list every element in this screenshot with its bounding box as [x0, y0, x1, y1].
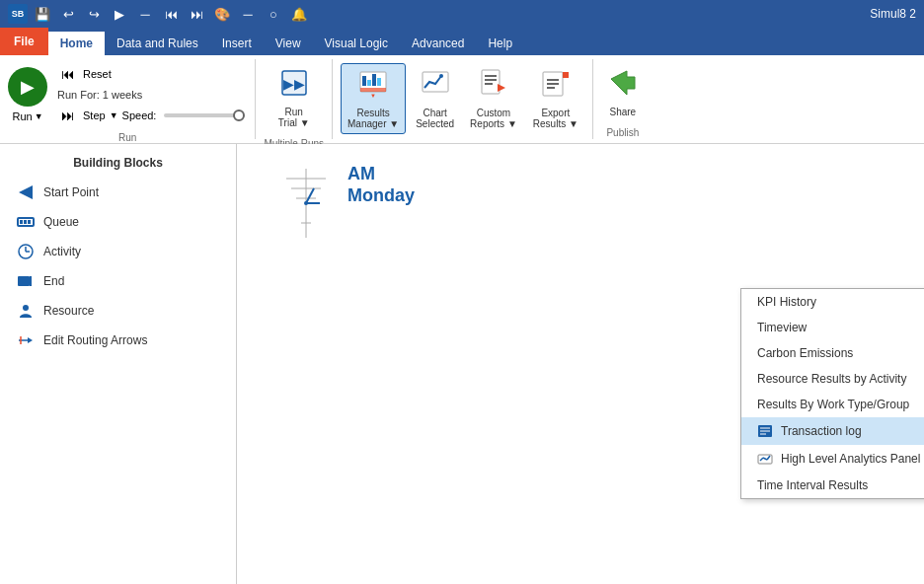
skip-back-icon[interactable]: ⏮ — [160, 3, 182, 25]
canvas-area: AM Monday KPI History Timeview — [237, 144, 924, 584]
resource-icon — [16, 301, 36, 321]
share-button[interactable]: Share — [601, 63, 645, 121]
svg-rect-26 — [24, 220, 27, 224]
undo-icon[interactable]: ↩ — [57, 3, 79, 25]
export-results-button[interactable]: ExportResults ▼ — [527, 64, 584, 133]
svg-rect-9 — [423, 72, 448, 92]
transaction-log-icon — [757, 423, 773, 439]
step-label[interactable]: Step — [83, 110, 106, 121]
sep2: ─ — [237, 3, 259, 25]
dropdown-item-transaction-log[interactable]: Transaction log ▶ — [741, 417, 924, 445]
redo-icon[interactable]: ↪ — [83, 3, 105, 25]
svg-rect-5 — [372, 74, 376, 86]
main-area: Building Blocks Start Point Queue — [0, 144, 924, 584]
color-icon[interactable]: 🎨 — [211, 3, 233, 25]
svg-rect-18 — [563, 72, 569, 78]
circle-icon: ○ — [263, 3, 284, 25]
step-dropdown-arrow[interactable]: ▼ — [110, 110, 118, 120]
play-icon[interactable]: ▶ — [109, 3, 130, 25]
reset-label[interactable]: Reset — [83, 68, 112, 80]
sidebar-item-end[interactable]: End — [0, 266, 236, 296]
run-label[interactable]: Run — [12, 110, 32, 122]
multiple-runs-group: ▶▶ RunTrial ▼ Multiple Runs — [256, 59, 333, 139]
ribbon-tabs: File Home Data and Rules Insert View Vis… — [0, 28, 924, 55]
dropdown-item-timeview[interactable]: Timeview — [741, 315, 924, 340]
high-level-analytics-label: High Level Analytics Panel — [781, 452, 920, 466]
sidebar-item-label-resource: Resource — [43, 304, 94, 318]
step-icon[interactable]: ⏭ — [57, 105, 79, 126]
dropdown-item-time-interval-results[interactable]: Time Interval Results ▶ — [741, 473, 924, 498]
svg-text:▼: ▼ — [370, 93, 376, 99]
sidebar-item-resource[interactable]: Resource — [0, 296, 236, 326]
end-icon — [16, 271, 36, 291]
run-for-label: Run For: 1 weeks — [57, 89, 247, 101]
tab-file[interactable]: File — [0, 28, 48, 55]
save-icon[interactable]: 💾 — [32, 3, 53, 25]
svg-rect-31 — [18, 276, 30, 286]
resource-results-label: Resource Results by Activity — [757, 372, 906, 386]
app-title: Simul8 2 — [870, 7, 916, 21]
results-manager-label: ResultsManager ▼ — [347, 108, 399, 129]
custom-reports-button[interactable]: CustomReports ▼ — [464, 64, 523, 133]
transaction-log-label: Transaction log — [781, 424, 862, 438]
run-group: ▶ Run ▼ ⏮ Reset Run For: 1 weeks ⏭ Step … — [0, 59, 256, 139]
publish-group-content: Share — [601, 59, 645, 125]
speed-slider[interactable] — [164, 113, 243, 117]
sidebar-item-start-point[interactable]: Start Point — [0, 178, 236, 207]
results-manager-button[interactable]: ▼ ResultsManager ▼ — [341, 63, 406, 134]
tab-visual-logic[interactable]: Visual Logic — [313, 32, 401, 55]
chart-selected-label: ChartSelected — [416, 108, 454, 129]
svg-rect-6 — [377, 78, 381, 86]
multiple-runs-content: ▶▶ RunTrial ▼ — [272, 59, 316, 136]
time-period: AM — [347, 164, 415, 185]
results-manager-icon: ▼ — [357, 68, 389, 106]
tab-home[interactable]: Home — [48, 32, 105, 55]
activity-icon — [16, 242, 36, 261]
export-results-icon — [540, 68, 572, 106]
speed-label: Speed: — [122, 110, 157, 121]
queue-icon — [16, 212, 36, 232]
run-button[interactable]: ▶ — [8, 67, 47, 107]
export-results-label: ExportResults ▼ — [533, 108, 578, 129]
results-dropdown[interactable]: KPI History Timeview Carbon Emissions Re… — [740, 288, 924, 499]
tab-insert[interactable]: Insert — [210, 32, 264, 55]
svg-point-10 — [439, 74, 443, 78]
sidebar-item-activity[interactable]: Activity — [0, 237, 236, 266]
svg-rect-11 — [482, 70, 500, 94]
dropdown-item-high-level-analytics[interactable]: High Level Analytics Panel — [741, 445, 924, 473]
reset-icon[interactable]: ⏮ — [57, 63, 79, 85]
chart-selected-icon — [420, 68, 451, 106]
title-bar: SB 💾 ↩ ↪ ▶ ─ ⏮ ⏭ 🎨 ─ ○ 🔔 Simul8 2 — [0, 0, 924, 28]
svg-marker-23 — [19, 185, 33, 199]
custom-reports-icon — [478, 68, 509, 106]
dropdown-item-kpi-history[interactable]: KPI History — [741, 289, 924, 315]
run-dropdown-arrow[interactable]: ▼ — [35, 111, 43, 121]
edit-routing-arrows-icon — [16, 330, 36, 350]
time-interval-results-label: Time Interval Results — [757, 478, 868, 492]
ribbon-toolbar: ▶ Run ▼ ⏮ Reset Run For: 1 weeks ⏭ Step … — [0, 55, 924, 144]
results-by-work-type-label: Results By Work Type/Group — [757, 398, 909, 411]
svg-marker-15 — [498, 84, 505, 92]
run-trial-icon: ▶▶ — [278, 67, 310, 105]
share-icon — [607, 67, 639, 105]
dropdown-item-resource-results[interactable]: Resource Results by Activity — [741, 366, 924, 392]
share-label: Share — [610, 107, 637, 117]
sidebar-item-edit-routing-arrows[interactable]: Edit Routing Arrows — [0, 326, 236, 355]
results-group: ▼ ResultsManager ▼ ChartSelected — [333, 59, 593, 139]
bell-icon: 🔔 — [288, 3, 310, 25]
chart-selected-button[interactable]: ChartSelected — [410, 64, 460, 133]
svg-point-43 — [304, 201, 308, 205]
tab-data-and-rules[interactable]: Data and Rules — [105, 32, 210, 55]
tab-view[interactable]: View — [264, 32, 313, 55]
kpi-history-label: KPI History — [757, 295, 816, 309]
sidebar-item-queue[interactable]: Queue — [0, 207, 236, 237]
tab-advanced[interactable]: Advanced — [400, 32, 476, 55]
skip-fwd-icon[interactable]: ⏭ — [186, 3, 207, 25]
tab-help[interactable]: Help — [476, 32, 524, 55]
run-trial-button[interactable]: ▶▶ RunTrial ▼ — [272, 63, 316, 132]
dropdown-item-results-by-work-type[interactable]: Results By Work Type/Group ▶ — [741, 392, 924, 417]
sidebar-item-label-activity: Activity — [43, 245, 81, 258]
svg-text:▶▶: ▶▶ — [283, 76, 305, 92]
dropdown-item-carbon-emissions[interactable]: Carbon Emissions — [741, 340, 924, 366]
svg-rect-27 — [28, 220, 31, 224]
